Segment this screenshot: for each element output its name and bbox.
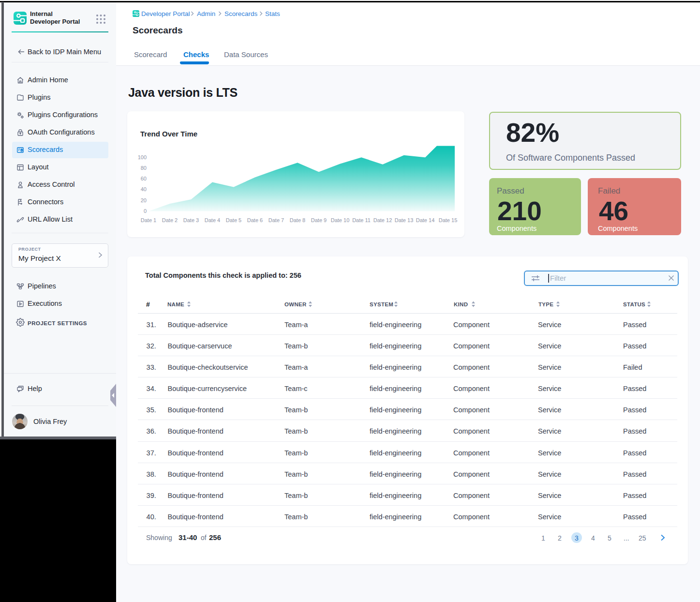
svg-text:0: 0 [144,208,147,214]
svg-text:Date 1: Date 1 [141,217,156,223]
svg-text:80: 80 [141,165,147,171]
svg-text:60: 60 [141,176,147,181]
svg-text:Date 12: Date 12 [373,217,392,223]
svg-text:Date 14: Date 14 [416,217,435,223]
svg-text:Date 11: Date 11 [352,217,371,223]
svg-text:Date 4: Date 4 [205,217,220,223]
svg-text:Date 10: Date 10 [331,217,350,223]
svg-text:Date 13: Date 13 [395,217,414,223]
svg-text:Date 15: Date 15 [439,217,458,223]
svg-text:Date 7: Date 7 [268,217,284,223]
svg-text:Date 2: Date 2 [162,217,178,223]
svg-text:Date 3: Date 3 [183,217,199,223]
svg-text:100: 100 [138,154,147,160]
svg-text:Date 6: Date 6 [247,217,263,223]
svg-text:20: 20 [141,197,147,203]
svg-text:Date 8: Date 8 [290,217,305,223]
svg-text:Date 9: Date 9 [311,217,327,223]
svg-text:40: 40 [141,186,147,192]
svg-text:Date 5: Date 5 [226,217,241,223]
